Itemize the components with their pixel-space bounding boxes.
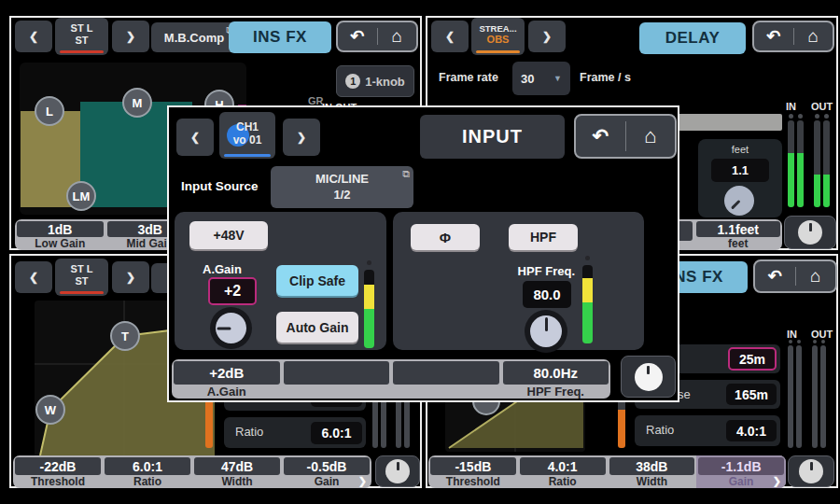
width-knob[interactable]: W (35, 395, 65, 425)
hpf-freq-knob[interactable] (525, 310, 567, 353)
fader-knob-box[interactable] (784, 216, 836, 249)
knob-pointer (545, 317, 548, 331)
next-channel-button[interactable]: ❯ (283, 119, 320, 156)
prev-channel-button[interactable]: ❮ (176, 119, 214, 156)
attack-value[interactable]: 25m (728, 347, 777, 371)
frame-rate-unit: Frame / s (580, 71, 631, 84)
param-cell-hpffreq[interactable]: 80.0HzHPF Freq. (501, 359, 611, 399)
home-icon[interactable]: ⌂ (794, 22, 833, 50)
undo-icon[interactable]: ↶ (754, 22, 793, 50)
clip-dot (798, 114, 803, 119)
delay-slider-track[interactable] (678, 114, 782, 131)
fader-knob-box[interactable] (375, 455, 420, 487)
channel-select-button[interactable]: CH1 vo 01 (219, 112, 275, 159)
clip-dot (821, 340, 825, 343)
channel-id2: ST (75, 35, 88, 47)
chevron-left-icon: ❮ (29, 30, 38, 43)
ratio-value[interactable]: 4.0:1 (726, 420, 777, 441)
param-cell-width[interactable]: 47dBWidth (192, 455, 282, 488)
undo-icon[interactable]: ↶ (755, 261, 795, 291)
channel-id: ST L (71, 263, 93, 275)
delay-feet-card: feet 1.1 (698, 139, 782, 217)
in-meter (796, 345, 802, 448)
next-channel-button[interactable]: ❯ (112, 261, 149, 293)
fader-knob-box[interactable] (788, 455, 834, 487)
feet-value[interactable]: 1.1 (711, 159, 769, 182)
frame-rate-dropdown[interactable]: 30 ▼ (512, 62, 570, 95)
effect-name-button[interactable]: M.B.Comp ⧉ (151, 22, 237, 52)
nav-group: ↶ ⌂ (752, 21, 834, 52)
mixer-screen: ❮ ST L ST ❯ M.B.Comp ⧉ INS FX ↶ ⌂ L M H … (0, 0, 840, 504)
auto-gain-button[interactable]: Auto Gain (276, 312, 358, 343)
param-cell-gain[interactable]: -0.5dBGain❯ (282, 455, 371, 488)
home-icon[interactable]: ⌂ (626, 116, 676, 157)
param-cell-threshold[interactable]: -22dBThreshold (13, 455, 103, 488)
fader-knob-icon (798, 220, 822, 245)
chevron-left-icon: ❮ (190, 131, 200, 144)
fader-knob-box[interactable] (621, 356, 676, 398)
param-cell-threshold[interactable]: -15dBThreshold (428, 455, 518, 488)
band-knob-m[interactable]: M (122, 88, 152, 118)
ratio-label: Ratio (646, 423, 674, 437)
in-label: IN (787, 329, 797, 340)
clip-safe-button[interactable]: Clip Safe (276, 265, 358, 296)
dropdown-arrow-icon: ▼ (553, 74, 562, 83)
phantom-48v-button[interactable]: +48V (189, 221, 268, 249)
release-value[interactable]: 165m (726, 384, 777, 405)
param-cell-feet[interactable]: 1.1feetfeet (694, 219, 783, 250)
channel-id: STREA... (479, 23, 516, 34)
channel-select-button[interactable]: ST L ST (55, 259, 108, 296)
clip-dot (815, 114, 819, 119)
next-channel-button[interactable]: ❯ (112, 21, 149, 52)
param-cell-3[interactable] (391, 359, 501, 399)
clip-dot (813, 340, 817, 343)
param-cell-width[interactable]: 38dBWidth (608, 455, 697, 488)
param-cell-again[interactable]: +2dBA.Gain (172, 359, 282, 399)
again-value[interactable]: +2 (208, 277, 257, 305)
channel-select-button[interactable]: ST L ST (55, 18, 108, 55)
undo-icon[interactable]: ↶ (338, 22, 377, 50)
nav-group: ↶ ⌂ (753, 259, 837, 293)
phase-button[interactable]: Φ (411, 224, 480, 250)
param-cell-2[interactable] (282, 359, 392, 399)
ratio-value[interactable]: 6.0:1 (311, 422, 362, 444)
input-dialog: ❮ CH1 vo 01 ❯ INPUT ↶ ⌂ Input Source MIC… (167, 105, 679, 402)
again-knob[interactable] (210, 307, 252, 349)
analog-gain-card: +48V A.Gain +2 Clip Safe Auto Gain (175, 212, 386, 350)
in-meter (797, 120, 804, 207)
band-knob-lm[interactable]: LM (66, 181, 96, 211)
channel-select-button[interactable]: STREA... OBS (471, 18, 525, 55)
channel-name: OBS (487, 34, 510, 46)
prev-channel-button[interactable]: ❮ (15, 261, 52, 293)
hpf-button[interactable]: HPF (509, 224, 578, 250)
active-underline (60, 50, 104, 53)
one-knob-button[interactable]: 1 1-knob (336, 65, 414, 97)
prev-channel-button[interactable]: ❮ (431, 21, 469, 52)
prev-channel-button[interactable]: ❮ (15, 21, 52, 52)
param-cell-ratio[interactable]: 4.0:1Ratio (518, 455, 608, 488)
channel-id2: ST (75, 275, 88, 287)
param-cell-gain-selected[interactable]: -1.1dBGain❯ (696, 455, 786, 488)
home-icon[interactable]: ⌂ (378, 22, 417, 50)
param-cell-lowgain[interactable]: 1dBLow Gain (15, 219, 105, 250)
feet-knob[interactable] (724, 186, 754, 216)
phase-hpf-card: Φ HPF HPF Freq. 80.0 (393, 212, 644, 350)
threshold-knob[interactable]: T (110, 321, 140, 351)
param-bar: -22dBThreshold 6.0:1Ratio 47dBWidth -0.5… (13, 455, 371, 488)
feet-label: feet (698, 144, 782, 155)
chevron-right-icon: ❯ (126, 30, 135, 43)
home-icon[interactable]: ⌂ (796, 261, 836, 291)
band-knob-l[interactable]: L (35, 96, 64, 126)
chevron-right-icon: ❯ (297, 131, 306, 144)
input-source-button[interactable]: MIC/LINE 1/2 ⧉ (271, 166, 413, 208)
undo-icon[interactable]: ↶ (576, 116, 625, 157)
in-meter (788, 345, 793, 448)
page-title-delay[interactable]: DELAY (639, 22, 746, 54)
next-channel-button[interactable]: ❯ (528, 21, 566, 52)
clip-dot (367, 260, 371, 265)
param-cell-ratio[interactable]: 6.0:1Ratio (103, 455, 192, 488)
level-meter (582, 265, 593, 343)
hpf-freq-value[interactable]: 80.0 (523, 281, 571, 308)
channel-id: CH1 (236, 120, 259, 133)
page-title-insfx[interactable]: INS FX (229, 21, 331, 53)
